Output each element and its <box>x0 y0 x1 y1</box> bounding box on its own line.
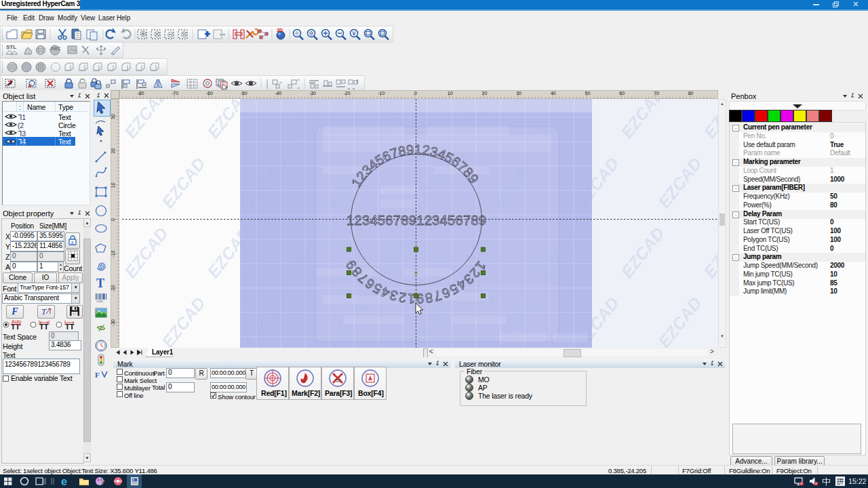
svg-text:T: T <box>96 277 104 290</box>
svg-text:60: 60 <box>619 91 625 96</box>
svg-text:0: 0 <box>414 91 417 96</box>
svg-text:50: 50 <box>585 91 591 96</box>
svg-text:30: 30 <box>111 114 115 119</box>
svg-text:-80: -80 <box>137 91 144 96</box>
svg-text:ABC: ABC <box>51 46 60 51</box>
svg-text:20: 20 <box>111 148 115 154</box>
svg-text:EZCAD: EZCAD <box>158 154 209 211</box>
svg-text:3: 3 <box>132 478 134 482</box>
svg-text:-30: -30 <box>309 91 316 96</box>
svg-text:-30: -30 <box>111 319 115 326</box>
svg-text:-20: -20 <box>111 285 115 291</box>
svg-text:123456789123456789: 123456789123456789 <box>347 213 486 228</box>
svg-text:T: T <box>41 306 47 317</box>
svg-text:10: 10 <box>111 182 115 188</box>
svg-text:10: 10 <box>448 91 453 96</box>
svg-text:0: 0 <box>111 218 115 221</box>
svg-text:12345: 12345 <box>96 300 103 303</box>
svg-text:-70: -70 <box>172 91 178 96</box>
svg-text:EZCAD: EZCAD <box>121 99 172 142</box>
svg-text:20: 20 <box>482 91 488 96</box>
svg-text:e: e <box>61 476 67 487</box>
svg-text:3D: 3D <box>277 28 283 33</box>
svg-text:80: 80 <box>688 91 694 96</box>
svg-text:STL: STL <box>6 44 16 50</box>
svg-text:30: 30 <box>516 91 521 96</box>
svg-text:-20: -20 <box>344 91 351 96</box>
svg-text:-50: -50 <box>240 91 247 96</box>
svg-text:-60: -60 <box>206 91 213 96</box>
svg-text:70: 70 <box>654 91 659 96</box>
svg-text:F: F <box>95 371 100 379</box>
svg-text:-10: -10 <box>378 91 384 96</box>
svg-text:EZCAD: EZCAD <box>121 224 172 281</box>
svg-text:-10: -10 <box>111 251 115 258</box>
svg-text:40: 40 <box>551 91 556 96</box>
svg-text:-40: -40 <box>275 91 281 96</box>
svg-text:拼: 拼 <box>837 477 844 485</box>
svg-text:中: 中 <box>822 476 831 487</box>
svg-text:EZCAD: EZCAD <box>158 293 209 348</box>
